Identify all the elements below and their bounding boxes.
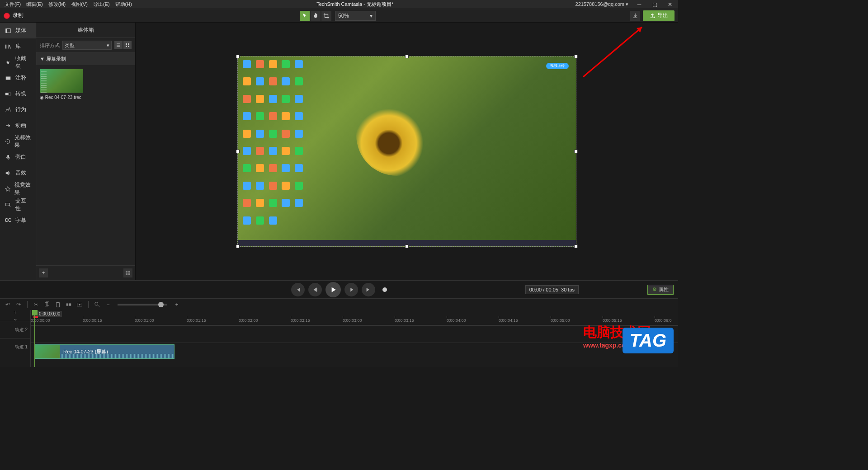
resize-handle[interactable] <box>574 55 578 58</box>
resize-handle[interactable] <box>574 244 578 248</box>
svg-rect-20 <box>66 303 68 306</box>
svg-rect-19 <box>57 301 59 303</box>
sidebar-behaviors[interactable]: 行为 <box>0 102 36 118</box>
step-forward-button[interactable] <box>344 283 358 296</box>
zoom-search-button[interactable] <box>93 301 101 309</box>
sidebar-captions[interactable]: CC 字幕 <box>0 212 36 228</box>
sidebar-transitions[interactable]: 转换 <box>0 86 36 102</box>
undo-button[interactable]: ↶ <box>4 301 12 309</box>
sidebar-animations[interactable]: ➔ 动画 <box>0 118 36 133</box>
menu-export[interactable]: 导出(E) <box>90 1 113 8</box>
sidebar-media[interactable]: 媒体 <box>0 23 36 38</box>
canvas-area[interactable]: 视频上传 <box>136 23 678 280</box>
ruler-tick: 0;00;05;00 <box>551 318 570 323</box>
sidebar-library[interactable]: 库 <box>0 38 36 54</box>
sort-select[interactable]: 类型 ▾ <box>62 41 112 50</box>
play-button[interactable] <box>326 282 341 297</box>
zoom-select[interactable]: 50% ▾ <box>335 11 376 21</box>
window-title: TechSmith Camtasia - 无标题项目* <box>135 1 576 8</box>
redo-button[interactable]: ↷ <box>14 301 23 309</box>
split-button[interactable] <box>65 301 73 309</box>
clip-thumbnail <box>35 345 60 358</box>
sidebar-audio-effects[interactable]: 音效 <box>0 165 36 181</box>
record-label: 录制 <box>13 12 24 19</box>
sidebar-cursor-effects[interactable]: 光标效果 <box>0 133 36 149</box>
track-1-label[interactable]: 轨道 1 <box>0 338 30 355</box>
track-1-row[interactable]: Rec 04-07-23 (屏幕) <box>31 343 678 360</box>
maximize-button[interactable]: ▢ <box>648 0 661 9</box>
ruler-tick: 0;00;05;15 <box>603 318 622 323</box>
marker-button[interactable] <box>75 301 84 309</box>
svg-rect-18 <box>57 302 60 307</box>
menu-help[interactable]: 帮助(H) <box>113 1 135 8</box>
playback-controls: 00:00 / 00:05 30 fps ⚙ 属性 <box>0 280 678 298</box>
sidebar-interactivity[interactable]: 交互性 <box>0 197 36 212</box>
sidebar-item-label: 视觉效果 <box>14 181 31 197</box>
properties-button[interactable]: ⚙ 属性 <box>647 285 674 295</box>
next-frame-button[interactable] <box>362 283 375 296</box>
close-button[interactable]: ✕ <box>664 0 676 9</box>
media-clip-name: ◉ Rec 04-07-23.trec <box>40 93 83 102</box>
menu-view[interactable]: 视图(V) <box>68 1 90 8</box>
canvas-clip[interactable]: 视频上传 <box>237 56 576 247</box>
menu-edit[interactable]: 编辑(E) <box>24 1 46 8</box>
zoom-out-button[interactable]: − <box>104 301 112 309</box>
playhead[interactable] <box>34 310 35 367</box>
prev-frame-button[interactable] <box>291 283 305 296</box>
timeline-ruler[interactable]: 0;00;00;00 0;00;00;000;00;00;150;00;01;0… <box>31 310 678 325</box>
chevron-down-icon: ▾ <box>107 42 109 48</box>
grid-toggle-button[interactable] <box>123 268 132 277</box>
crop-tool[interactable] <box>321 11 331 21</box>
download-button[interactable] <box>630 11 640 21</box>
minimize-button[interactable]: ─ <box>633 0 646 9</box>
track-2-row[interactable] <box>31 325 678 343</box>
svg-rect-10 <box>126 46 127 47</box>
folder-screen-recording[interactable]: ▼ 屏幕录制 <box>36 53 135 65</box>
record-button[interactable]: 录制 <box>4 12 24 19</box>
sidebar-favorites[interactable]: ★ 收藏夹 <box>0 54 36 70</box>
svg-rect-2 <box>6 76 11 80</box>
annotation-icon <box>5 75 12 82</box>
step-back-button[interactable] <box>308 283 322 296</box>
grid-view-button[interactable] <box>123 41 132 49</box>
sidebar-annotations[interactable]: 注释 <box>0 70 36 86</box>
svg-rect-4 <box>9 93 11 95</box>
sidebar-item-label: 行为 <box>15 106 26 113</box>
export-button[interactable]: 导出 <box>643 10 675 21</box>
track-2-label[interactable]: 轨道 2 <box>0 321 30 338</box>
expand-tracks-button[interactable]: ⌄ <box>11 316 19 321</box>
svg-rect-1 <box>6 28 7 33</box>
sidebar-narration[interactable]: 旁白 <box>0 149 36 165</box>
account-menu[interactable]: 2215788156@qq.com ▾ <box>576 1 628 7</box>
resize-handle[interactable] <box>574 150 578 153</box>
copy-button[interactable] <box>43 301 51 309</box>
resize-handle[interactable] <box>405 55 409 58</box>
animation-icon: ➔ <box>5 122 12 129</box>
pan-tool[interactable] <box>311 11 321 21</box>
scrub-handle[interactable] <box>382 287 387 292</box>
add-media-button[interactable]: + <box>39 268 48 277</box>
list-view-button[interactable] <box>114 41 123 49</box>
sidebar-visual-effects[interactable]: 视觉效果 <box>0 181 36 197</box>
cursor-effect-icon <box>5 138 11 145</box>
zoom-slider[interactable] <box>118 304 167 306</box>
add-track-button[interactable]: + <box>11 310 19 315</box>
paste-button[interactable] <box>54 301 62 309</box>
menu-modify[interactable]: 修改(M) <box>46 1 69 8</box>
svg-rect-15 <box>128 273 130 275</box>
resize-handle[interactable] <box>236 55 240 58</box>
cut-button[interactable]: ✂ <box>32 301 40 309</box>
sidebar-item-label: 旁白 <box>15 153 26 161</box>
zoom-in-button[interactable]: + <box>173 301 181 309</box>
visual-effect-icon <box>5 185 11 193</box>
menu-file[interactable]: 文件(F) <box>2 1 24 8</box>
resize-handle[interactable] <box>236 244 240 248</box>
media-icon <box>5 27 12 34</box>
timeline-clip[interactable]: Rec 04-07-23 (屏幕) <box>34 344 175 359</box>
svg-rect-8 <box>126 43 127 45</box>
cursor-tool[interactable] <box>300 11 310 21</box>
star-icon: ★ <box>5 59 12 66</box>
resize-handle[interactable] <box>236 150 240 153</box>
resize-handle[interactable] <box>405 244 409 248</box>
media-clip-thumb[interactable] <box>40 69 83 93</box>
